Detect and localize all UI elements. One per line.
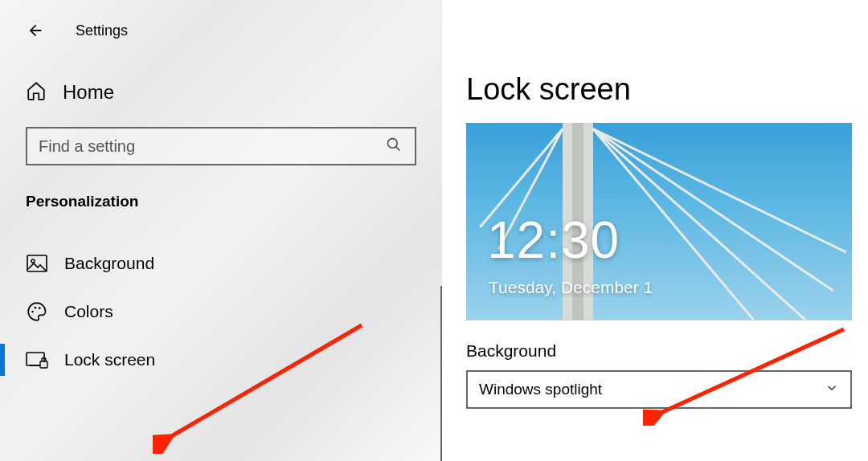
arrow-left-icon bbox=[27, 22, 44, 39]
app-title: Settings bbox=[76, 22, 128, 39]
page-title: Lock screen bbox=[466, 72, 852, 107]
home-icon bbox=[26, 80, 47, 104]
sidebar-item-label: Colors bbox=[64, 302, 113, 321]
sidebar-item-colors[interactable]: Colors bbox=[0, 288, 442, 336]
sidebar-header: Settings bbox=[0, 0, 442, 47]
sidebar-item-label: Background bbox=[64, 254, 154, 273]
chevron-down-icon bbox=[825, 381, 839, 399]
home-nav[interactable]: Home bbox=[0, 80, 442, 104]
svg-point-5 bbox=[35, 307, 37, 309]
sidebar-item-label: Lock screen bbox=[64, 350, 155, 369]
svg-point-4 bbox=[31, 311, 34, 313]
lock-screen-icon bbox=[26, 349, 48, 371]
background-dropdown[interactable]: Windows spotlight bbox=[466, 370, 852, 409]
main-panel: Lock screen 12:30 Tuesday, December 1 Ba… bbox=[442, 0, 868, 461]
background-section-label: Background bbox=[466, 341, 852, 361]
preview-date: Tuesday, December 1 bbox=[489, 278, 653, 297]
background-dropdown-value: Windows spotlight bbox=[479, 381, 602, 398]
search-input[interactable] bbox=[27, 137, 386, 156]
lock-screen-preview: 12:30 Tuesday, December 1 bbox=[466, 123, 852, 320]
sidebar-nav-list: Background Colors Lock screen bbox=[0, 239, 442, 384]
sidebar-item-background[interactable]: Background bbox=[0, 239, 442, 288]
svg-rect-9 bbox=[40, 361, 47, 368]
svg-point-0 bbox=[388, 139, 398, 149]
search-icon bbox=[386, 137, 415, 156]
category-label: Personalization bbox=[0, 193, 442, 210]
svg-point-3 bbox=[31, 259, 35, 263]
search-box[interactable] bbox=[26, 127, 416, 165]
home-label: Home bbox=[63, 81, 114, 104]
picture-icon bbox=[26, 252, 48, 275]
back-button[interactable] bbox=[19, 14, 51, 47]
settings-sidebar: Settings Home Personalization Background bbox=[0, 0, 442, 461]
svg-line-1 bbox=[396, 147, 400, 151]
palette-icon bbox=[26, 300, 48, 323]
preview-time: 12:30 bbox=[487, 210, 620, 270]
svg-point-6 bbox=[39, 307, 41, 309]
sidebar-item-lock-screen[interactable]: Lock screen bbox=[0, 336, 442, 384]
